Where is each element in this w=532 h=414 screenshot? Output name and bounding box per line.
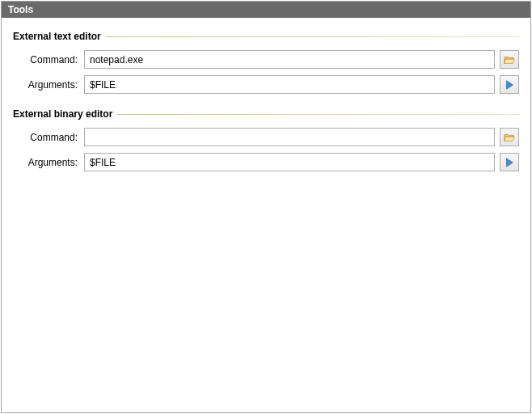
browse-binary-command-button[interactable] (500, 128, 519, 146)
group-title-binary-editor: External binary editor (13, 108, 117, 120)
row-binary-arguments: Arguments: (13, 153, 519, 171)
label-text-command: Command: (21, 54, 84, 65)
row-text-command: Command: (13, 50, 519, 69)
folder-open-icon (504, 54, 515, 65)
input-binary-command[interactable] (84, 128, 495, 146)
window-titlebar: Tools (2, 2, 530, 18)
browse-text-command-button[interactable] (500, 50, 519, 69)
row-text-arguments: Arguments: (13, 75, 519, 94)
group-header: External binary editor (13, 108, 519, 120)
variables-binary-arguments-button[interactable] (500, 153, 519, 171)
tools-window: Tools External text editor Command: (1, 1, 531, 413)
input-text-command[interactable] (84, 50, 495, 69)
input-text-arguments[interactable] (84, 75, 495, 94)
group-external-text-editor: External text editor Command: Arguments: (13, 31, 519, 94)
group-header: External text editor (13, 31, 519, 42)
play-icon (504, 157, 515, 168)
group-title-text-editor: External text editor (13, 31, 106, 42)
label-binary-arguments: Arguments: (21, 157, 84, 168)
group-separator (117, 114, 519, 115)
label-text-arguments: Arguments: (21, 79, 84, 91)
window-content: External text editor Command: Arguments: (2, 18, 530, 412)
window-title: Tools (8, 4, 33, 15)
input-binary-arguments[interactable] (84, 153, 495, 171)
folder-open-icon (504, 132, 515, 143)
group-external-binary-editor: External binary editor Command: Argument (13, 108, 519, 171)
variables-text-arguments-button[interactable] (500, 75, 519, 94)
row-binary-command: Command: (13, 128, 519, 146)
label-binary-command: Command: (21, 132, 84, 143)
group-separator (106, 36, 519, 37)
play-icon (504, 79, 515, 91)
